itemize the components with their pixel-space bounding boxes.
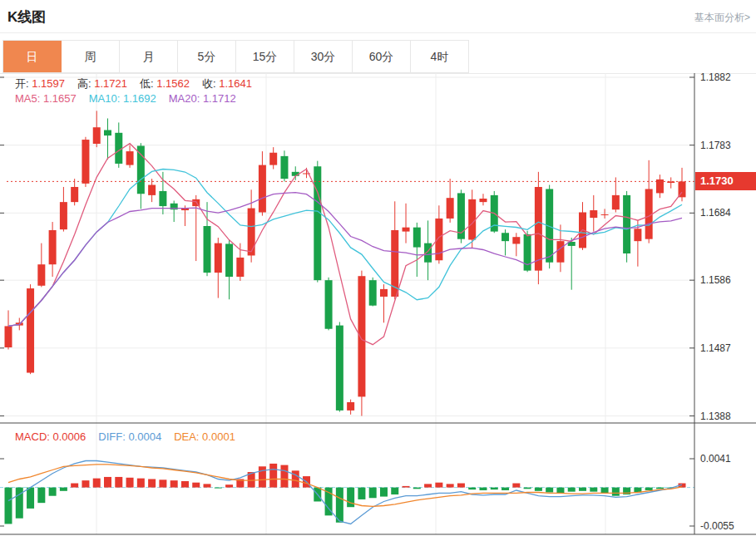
price-axis-label: 1.1684 [700, 207, 731, 219]
macd-bar [413, 488, 421, 489]
macd-bar [491, 488, 498, 490]
candle [457, 189, 465, 243]
candle-body [336, 326, 343, 411]
macd-bar [645, 488, 653, 490]
candle [590, 195, 597, 232]
candle-body [204, 226, 211, 273]
candle [71, 179, 78, 205]
candle [325, 278, 333, 331]
candle [104, 118, 111, 159]
macd-bar [579, 488, 586, 491]
candle [5, 310, 12, 349]
period-tabbar: 日周月5分15分30分60分4时 [2, 40, 469, 73]
tab-15min[interactable]: 15分 [236, 41, 294, 72]
macd-bar [16, 488, 23, 519]
candle [27, 284, 34, 374]
macd-bar [468, 488, 476, 490]
price-axis-label: 1.1882 [700, 71, 731, 83]
tab-weekly[interactable]: 周 [62, 41, 120, 72]
candle [435, 205, 442, 263]
candle [579, 202, 586, 250]
candle [623, 191, 630, 263]
candle-body [479, 199, 487, 202]
macd-bar [568, 488, 576, 492]
macd-bar [369, 488, 377, 499]
candle [601, 209, 609, 219]
header: K线图 基本面分析> [0, 0, 756, 33]
candle [447, 179, 454, 223]
tab-5min[interactable]: 5分 [178, 41, 236, 72]
macd-bar [269, 464, 277, 488]
candle [479, 194, 487, 205]
macd-bar [259, 466, 266, 487]
macd-bar [590, 488, 597, 492]
fundamental-analysis-link[interactable]: 基本面分析> [694, 11, 750, 25]
macd-bar [115, 477, 122, 488]
macd-bar [347, 488, 354, 508]
candle-body [612, 195, 620, 209]
candle-body [27, 288, 34, 372]
candle-body [347, 402, 354, 411]
diff-line [8, 461, 682, 524]
macd-bar [126, 478, 134, 488]
candles [5, 111, 686, 416]
tab-60min[interactable]: 60分 [353, 41, 411, 72]
candle [391, 201, 398, 299]
candle [347, 400, 354, 415]
candle [502, 229, 509, 255]
candle-body [126, 151, 134, 165]
price-axis-label: 1.1586 [700, 274, 731, 286]
macd-bar [336, 488, 343, 523]
candle [126, 145, 134, 168]
kline-widget: K线图 基本面分析> 日周月5分15分30分60分4时 开: 1.1597高: … [0, 0, 756, 536]
candle [524, 231, 531, 272]
candle [225, 240, 233, 300]
candle-body [82, 140, 89, 184]
tab-monthly[interactable]: 月 [120, 41, 178, 72]
candle [292, 166, 299, 179]
candle [60, 187, 67, 232]
candle-body [369, 280, 377, 306]
macd-bar [447, 484, 454, 487]
macd-bar [612, 488, 620, 496]
current-price-value: 1.1730 [700, 175, 734, 187]
candle [358, 271, 365, 416]
chart-area: 开: 1.1597高: 1.1721低: 1.1562收: 1.1641 MA5… [0, 73, 756, 536]
macd-bar [380, 488, 388, 497]
macd-bar [60, 488, 67, 491]
kline-chart[interactable] [0, 73, 756, 536]
tab-daily[interactable]: 日 [3, 41, 62, 72]
macd-bar [204, 484, 211, 487]
price-axis-label: 1.1783 [700, 140, 731, 151]
macd-bar [280, 465, 288, 488]
candle [259, 151, 266, 216]
candle [612, 177, 620, 212]
candle [49, 222, 57, 277]
candle [215, 238, 222, 298]
macd-bar [82, 480, 89, 487]
macd-bar [27, 488, 34, 509]
candle-body [5, 326, 12, 347]
candle-body [358, 276, 365, 396]
candle-body [236, 258, 244, 277]
macd-bar [170, 480, 178, 487]
candle-body [269, 153, 277, 165]
tab-4hour[interactable]: 4时 [411, 41, 468, 72]
candle [115, 122, 122, 167]
macd-bar [181, 481, 189, 488]
price-axis-label: 1.1487 [700, 342, 731, 354]
macd-bar [37, 488, 45, 504]
candle-body [325, 280, 333, 329]
candle [93, 111, 101, 147]
candle-body [535, 187, 542, 271]
candle [380, 284, 388, 322]
candle-body [215, 243, 222, 273]
candle [568, 238, 576, 290]
macd-bar [93, 479, 101, 488]
candle [82, 137, 89, 187]
candle-body [60, 202, 67, 229]
candle-body [502, 233, 509, 241]
candle-body [556, 241, 564, 263]
tab-30min[interactable]: 30分 [294, 41, 353, 72]
macd-bar [546, 488, 553, 493]
